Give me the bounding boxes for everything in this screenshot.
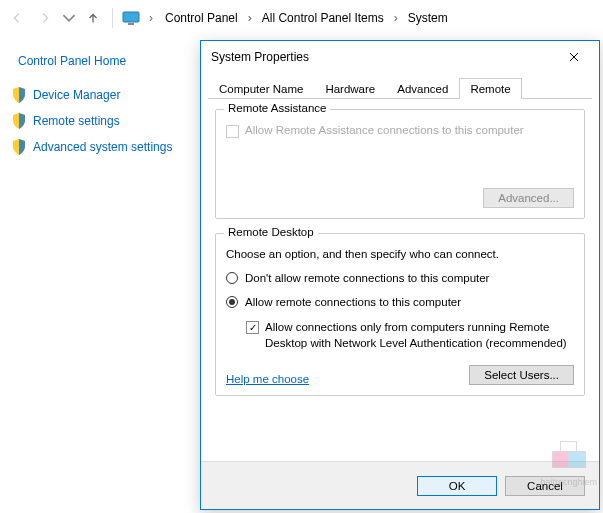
tab-hardware[interactable]: Hardware <box>314 78 386 99</box>
radio-icon <box>226 272 238 284</box>
tab-panel-remote: Remote Assistance Allow Remote Assistanc… <box>201 99 599 461</box>
tab-remote[interactable]: Remote <box>459 78 521 99</box>
breadcrumb: Control Panel › All Control Panel Items … <box>161 9 452 27</box>
forward-arrow-icon[interactable] <box>34 7 56 29</box>
sidebar-item-label: Advanced system settings <box>33 140 172 154</box>
select-users-button[interactable]: Select Users... <box>469 365 574 385</box>
radio-dont-allow[interactable]: Don't allow remote connections to this c… <box>226 272 574 284</box>
up-arrow-icon[interactable] <box>82 7 104 29</box>
tab-computer-name[interactable]: Computer Name <box>208 78 314 99</box>
dialog-title: System Properties <box>211 50 309 64</box>
radio-icon <box>226 296 238 308</box>
dropdown-arrow-icon[interactable] <box>62 7 76 29</box>
sidebar-home-link[interactable]: Control Panel Home <box>10 48 190 82</box>
group-title: Remote Assistance <box>224 102 330 114</box>
title-bar: System Properties <box>201 41 599 73</box>
tab-advanced[interactable]: Advanced <box>386 78 459 99</box>
chevron-right-icon[interactable]: › <box>147 11 155 25</box>
back-arrow-icon[interactable] <box>6 7 28 29</box>
sidebar-item-label: Device Manager <box>33 88 120 102</box>
group-title: Remote Desktop <box>224 226 318 238</box>
tab-strip: Computer Name Hardware Advanced Remote <box>208 77 592 99</box>
sidebar-item-label: Remote settings <box>33 114 120 128</box>
group-remote-desktop: Remote Desktop Choose an option, and the… <box>215 233 585 396</box>
cancel-button[interactable]: Cancel <box>505 476 585 496</box>
chevron-right-icon[interactable]: › <box>246 11 254 25</box>
address-bar: › Control Panel › All Control Panel Item… <box>0 0 603 36</box>
group-remote-assistance: Remote Assistance Allow Remote Assistanc… <box>215 109 585 219</box>
checkbox-icon <box>246 321 259 334</box>
group-description: Choose an option, and then specify who c… <box>226 248 574 260</box>
sidebar: Control Panel Home Device Manager Remote… <box>10 48 190 160</box>
system-properties-dialog: System Properties Computer Name Hardware… <box>200 40 600 510</box>
radio-label: Don't allow remote connections to this c… <box>245 272 489 284</box>
shield-icon <box>12 139 26 155</box>
advanced-button: Advanced... <box>483 188 574 208</box>
crumb-item[interactable]: Control Panel <box>161 9 242 27</box>
sidebar-item-device-manager[interactable]: Device Manager <box>10 82 190 108</box>
help-me-choose-link[interactable]: Help me choose <box>226 373 309 385</box>
radio-label: Allow remote connections to this compute… <box>245 296 461 308</box>
dialog-footer: OK Cancel <box>201 461 599 509</box>
svg-rect-1 <box>128 23 134 25</box>
radio-allow[interactable]: Allow remote connections to this compute… <box>226 296 574 308</box>
shield-icon <box>12 113 26 129</box>
shield-icon <box>12 87 26 103</box>
close-button[interactable] <box>559 43 589 71</box>
sidebar-item-advanced-system-settings[interactable]: Advanced system settings <box>10 134 190 160</box>
svg-rect-0 <box>123 12 139 22</box>
sidebar-item-remote-settings[interactable]: Remote settings <box>10 108 190 134</box>
checkbox-allow-remote-assistance: Allow Remote Assistance connections to t… <box>226 124 574 138</box>
checkbox-label: Allow connections only from computers ru… <box>265 320 574 351</box>
chevron-right-icon[interactable]: › <box>392 11 400 25</box>
separator <box>112 8 113 28</box>
checkbox-icon <box>226 125 239 138</box>
checkbox-label: Allow Remote Assistance connections to t… <box>245 124 524 136</box>
checkbox-nla[interactable]: Allow connections only from computers ru… <box>246 320 574 351</box>
crumb-item[interactable]: All Control Panel Items <box>258 9 388 27</box>
crumb-item[interactable]: System <box>404 9 452 27</box>
monitor-icon[interactable] <box>121 10 141 26</box>
ok-button[interactable]: OK <box>417 476 497 496</box>
